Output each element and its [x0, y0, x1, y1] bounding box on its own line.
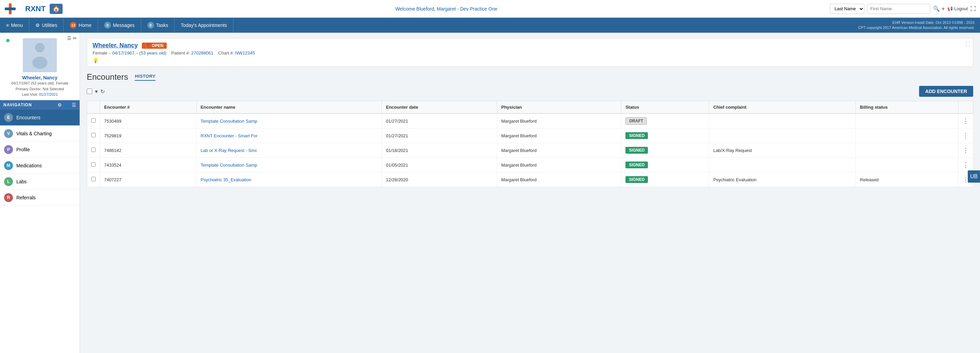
row-checkbox-cell	[87, 158, 100, 173]
encounter-name-cell: Psychiatric 35_Evaluation	[196, 173, 382, 187]
list-icon-button[interactable]: ☰	[67, 35, 72, 41]
sidebar-item-vitals[interactable]: V Vitals & Charting	[0, 126, 80, 142]
encounter-name-link[interactable]: Psychiatric 35_Evaluation	[201, 177, 251, 182]
expand-panel-icon[interactable]: ⛶	[966, 41, 970, 47]
status-signed-badge: SIGNED	[625, 176, 648, 183]
complaint-cell	[709, 113, 856, 128]
add-encounter-button[interactable]: ADD ENCOUNTER	[919, 86, 973, 97]
person-icon[interactable]: 👤	[64, 102, 70, 108]
sidebar-patient-name[interactable]: Wheeler, Nancy	[22, 75, 57, 80]
left-sidebar: ☰ ✏ Wheeler, Nancy 04/17/1967 (53 years …	[0, 33, 80, 353]
nav-appointments[interactable]: Today's Appointments	[175, 18, 234, 33]
patient-number: 270288061	[191, 50, 213, 56]
utilities-gear-icon: ⚙	[35, 22, 40, 28]
encounter-name-link[interactable]: RXNT Encounter - Smart For	[201, 133, 258, 138]
navigation-section-header: NAVIGATION ⚙ 👤 ☰	[0, 100, 80, 110]
billing-cell	[856, 128, 959, 143]
encounters-title: Encounters	[87, 72, 128, 82]
last-visit-link[interactable]: 01/27/2021	[39, 92, 58, 96]
col-checkbox	[87, 101, 100, 114]
logout-button[interactable]: 📢 Logout	[947, 6, 968, 11]
encounters-toolbar: ▾ ↻ ADD ENCOUNTER	[87, 86, 973, 97]
online-status-dot	[6, 39, 10, 42]
encounter-number-cell: 7486142	[100, 143, 197, 158]
row-checkbox[interactable]	[91, 118, 95, 123]
encounters-table-body: 7530489 Template Consultation Samp 01/27…	[87, 113, 973, 187]
nav-tasks[interactable]: 0 Tasks	[141, 18, 175, 33]
patient-status-badge: 🚩 OPEN	[142, 43, 167, 49]
billing-cell	[856, 158, 959, 173]
home-badge: 13	[70, 22, 76, 29]
encounter-number-cell: 7433524	[100, 158, 197, 173]
encounter-date-cell: 01/27/2021	[382, 113, 497, 128]
sidebar-item-labs[interactable]: L Labs	[0, 174, 80, 190]
row-checkbox-cell	[87, 113, 100, 128]
search-button[interactable]: 🔍 +	[933, 5, 945, 12]
complaint-cell	[709, 128, 856, 143]
tasks-badge: 0	[147, 22, 154, 29]
table-row: 7433524 Template Consultation Samp 01/05…	[87, 158, 973, 173]
edit-icon-button[interactable]: ✏	[73, 35, 77, 41]
table-header: Encounter # Encounter name Encounter dat…	[87, 101, 973, 114]
col-encounter-name: Encounter name	[196, 101, 382, 114]
nav-menu[interactable]: ≡ Menu	[0, 18, 29, 33]
row-checkbox[interactable]	[91, 147, 95, 152]
physician-cell: Margaret Blueford	[497, 143, 621, 158]
status-cell: SIGNED	[621, 128, 709, 143]
encounter-date-cell: 01/05/2021	[382, 158, 497, 173]
col-status: Status	[621, 101, 709, 114]
encounter-date-cell: 01/18/2021	[382, 143, 497, 158]
row-menu-button[interactable]: ⋮	[963, 117, 969, 125]
second-navigation: ≡ Menu ⚙ Utilities 13 Home 0 Messages 0 …	[0, 18, 980, 33]
encounter-name-cell: Template Consultation Samp	[196, 158, 382, 173]
patient-header-top: Wheeler, Nancy 🚩 OPEN	[92, 42, 967, 49]
row-checkbox-cell	[87, 173, 100, 187]
sidebar-patient-info: 04/17/1967 (53 years old), Female Primar…	[11, 80, 68, 97]
sidebar-item-referrals[interactable]: R Referrals	[0, 190, 80, 206]
firstname-input[interactable]	[867, 4, 930, 14]
row-checkbox[interactable]	[91, 133, 95, 137]
flag-icon: 🚩	[145, 43, 150, 48]
status-signed-badge: SIGNED	[625, 147, 648, 154]
sidebar-item-profile[interactable]: P Profile	[0, 142, 80, 158]
row-menu-cell: ⋮	[959, 143, 973, 158]
refresh-button[interactable]: ↻	[100, 88, 105, 95]
lastname-dropdown[interactable]: Last Name	[830, 4, 864, 14]
row-checkbox[interactable]	[91, 162, 95, 167]
fullscreen-button[interactable]: ⛶	[970, 6, 976, 12]
select-all-checkbox[interactable]	[87, 89, 92, 94]
encounter-name-cell: RXNT Encounter - Smart For	[196, 128, 382, 143]
row-menu-button[interactable]: ⋮	[963, 147, 969, 154]
nav-messages[interactable]: 0 Messages	[98, 18, 141, 33]
dropdown-arrow-button[interactable]: ▾	[95, 88, 98, 95]
physician-cell: Margaret Blueford	[497, 128, 621, 143]
tab-history[interactable]: HISTORY	[135, 73, 156, 81]
table-row: 7486142 Lab or X-Ray Request - Smc 01/18…	[87, 143, 973, 158]
billing-cell: Released	[856, 173, 959, 187]
row-checkbox[interactable]	[91, 177, 95, 181]
encounters-header: Encounters HISTORY	[87, 72, 973, 82]
col-complaint: Chief complaint	[709, 101, 856, 114]
row-menu-button[interactable]: ⋮	[963, 161, 969, 169]
ub-icon-button[interactable]: UB	[968, 170, 980, 183]
nav-home[interactable]: 13 Home	[64, 18, 98, 33]
sidebar-item-encounters[interactable]: E Encounters	[0, 110, 80, 126]
settings-gear-icon[interactable]: ⚙	[57, 102, 62, 108]
profile-badge: P	[4, 145, 13, 154]
encounter-name-link[interactable]: Template Consultation Samp	[201, 163, 257, 168]
patient-silhouette-icon	[30, 42, 50, 69]
sidebar-item-medications[interactable]: M Medications	[0, 158, 80, 174]
complaint-cell: Psychiatric Evaluation	[709, 173, 856, 187]
encounter-name-link[interactable]: Lab or X-Ray Request - Smc	[201, 148, 257, 153]
row-menu-button[interactable]: ⋮	[963, 132, 969, 139]
nav-utilities[interactable]: ⚙ Utilities	[29, 18, 64, 33]
lightbulb-icon[interactable]: 💡	[92, 58, 98, 63]
list-nav-icon[interactable]: ☰	[72, 102, 76, 108]
top-right-controls: Last Name 🔍 + 📢 Logout ⛶	[830, 4, 976, 14]
complaint-cell	[709, 158, 856, 173]
home-button[interactable]: 🏠	[50, 4, 63, 14]
patient-header-name[interactable]: Wheeler, Nancy	[92, 42, 138, 49]
encounter-name-link[interactable]: Template Consultation Samp	[201, 118, 257, 124]
lightbulb-row: 💡	[92, 58, 967, 63]
patient-header-details: Female – 04/17/1967 – (53 years old) Pat…	[92, 50, 967, 56]
